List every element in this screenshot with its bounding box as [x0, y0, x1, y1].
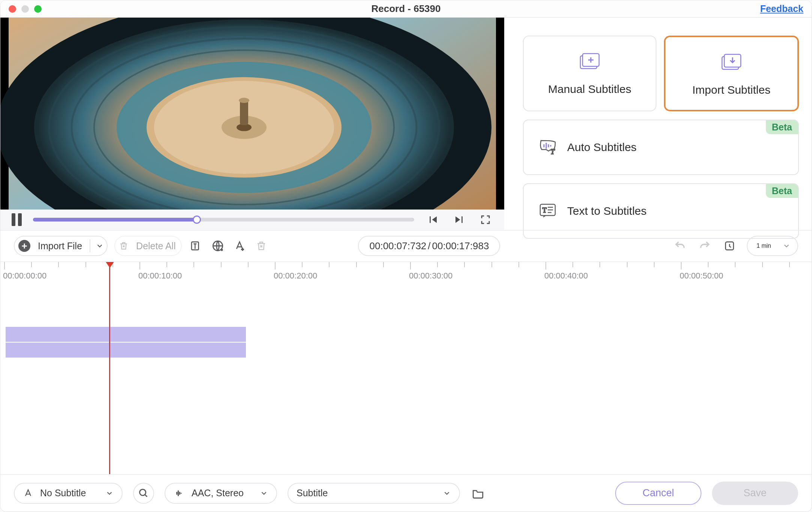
- subtitle-icon: [23, 488, 33, 499]
- total-time: 00:00:17:983: [432, 240, 489, 252]
- video-preview[interactable]: [0, 18, 504, 210]
- timeline-tick-label: 00:00:00:00: [3, 271, 46, 281]
- progress-slider[interactable]: [33, 218, 414, 222]
- zoom-dropdown[interactable]: 1 min: [747, 236, 798, 256]
- text-style-button[interactable]: [232, 238, 247, 253]
- timeline-tick-label: 00:00:50:00: [680, 271, 723, 281]
- beta-badge: Beta: [766, 120, 798, 134]
- timeline-ruler[interactable]: 00:00:00:0000:00:10:0000:00:20:0000:00:3…: [0, 262, 812, 279]
- svg-point-13: [239, 98, 249, 103]
- svg-rect-12: [240, 100, 248, 125]
- subtitle-mode-dropdown[interactable]: No Subtitle: [14, 483, 123, 504]
- maximize-window-icon[interactable]: [34, 5, 42, 13]
- import-subtitles-label: Import Subtitles: [692, 84, 770, 96]
- chevron-down-icon: [260, 489, 268, 497]
- subtitle-selector-label: Subtitle: [297, 488, 436, 499]
- player-controls: [0, 210, 504, 230]
- timeline-clip-1[interactable]: [5, 326, 246, 342]
- translate-button[interactable]: [210, 238, 225, 253]
- window-title: Record - 65390: [0, 3, 812, 15]
- auto-subtitles-card[interactable]: Beta T Auto Subtitles: [523, 120, 799, 175]
- audio-wave-icon: [174, 488, 185, 499]
- search-icon: [138, 488, 149, 499]
- timeline-tick-label: 00:00:10:00: [138, 271, 182, 281]
- manual-subtitles-card[interactable]: Manual Subtitles: [523, 36, 656, 111]
- delete-all-label: Delete All: [134, 241, 178, 252]
- save-button: Save: [712, 482, 798, 505]
- window-controls: [0, 5, 42, 13]
- progress-fill: [33, 218, 197, 222]
- app-window: Record - 65390 Feedback: [0, 0, 812, 512]
- redo-button[interactable]: [697, 238, 712, 253]
- folder-icon: [472, 487, 484, 500]
- chevron-down-icon: [96, 242, 104, 250]
- minimize-window-icon[interactable]: [21, 5, 29, 13]
- add-text-button[interactable]: [189, 238, 204, 253]
- playhead[interactable]: [109, 262, 110, 475]
- timeline-tick-label: 00:00:30:00: [409, 271, 452, 281]
- chevron-down-icon: [105, 489, 114, 497]
- manual-subtitle-icon: [578, 51, 601, 72]
- svg-text:T: T: [542, 207, 547, 214]
- timeline-tick-label: 00:00:20:00: [274, 271, 317, 281]
- subtitle-mode-label: No Subtitle: [40, 488, 99, 499]
- current-time: 00:00:07:732: [369, 240, 426, 252]
- svg-text:T: T: [551, 148, 555, 156]
- plus-circle-icon: +: [18, 240, 30, 252]
- subtitle-selector-dropdown[interactable]: Subtitle: [288, 483, 460, 504]
- zoom-label: 1 min: [757, 243, 771, 249]
- timeline-tick-label: 00:00:40:00: [544, 271, 588, 281]
- manual-subtitles-label: Manual Subtitles: [548, 83, 631, 96]
- cancel-button[interactable]: Cancel: [615, 482, 701, 505]
- audio-label: AAC, Stereo: [192, 488, 253, 499]
- text-to-subtitles-label: Text to Subtitles: [567, 205, 647, 217]
- trash-icon: [119, 241, 129, 251]
- chevron-down-icon: [782, 242, 791, 250]
- import-file-button[interactable]: + Import File: [14, 236, 108, 256]
- pause-button[interactable]: [12, 213, 22, 226]
- import-subtitles-card[interactable]: Import Subtitles: [664, 36, 799, 111]
- text-to-subtitle-icon: T: [537, 201, 558, 221]
- timeline[interactable]: 00:00:00:0000:00:10:0000:00:20:0000:00:3…: [0, 262, 812, 475]
- subtitle-panel: Manual Subtitles Import Subtitles Beta: [504, 18, 812, 230]
- audio-dropdown[interactable]: AAC, Stereo: [165, 483, 277, 504]
- import-subtitle-icon: [720, 52, 743, 73]
- bottom-bar: No Subtitle AAC, Stereo Subtitle Cancel …: [0, 474, 812, 512]
- chevron-down-icon: [443, 489, 451, 497]
- snap-button[interactable]: [722, 238, 737, 253]
- cancel-label: Cancel: [643, 487, 674, 499]
- timecode-display: 00:00:07:732/00:00:17:983: [358, 236, 500, 256]
- progress-thumb[interactable]: [193, 216, 201, 224]
- close-window-icon[interactable]: [9, 5, 16, 13]
- feedback-link[interactable]: Feedback: [760, 3, 803, 14]
- auto-subtitle-icon: T: [537, 138, 558, 157]
- beta-badge-2: Beta: [766, 184, 798, 198]
- titlebar: Record - 65390 Feedback: [0, 0, 812, 18]
- auto-subtitles-label: Auto Subtitles: [567, 141, 637, 154]
- undo-button[interactable]: [673, 238, 688, 253]
- folder-button[interactable]: [470, 486, 485, 501]
- delete-subtitle-button[interactable]: [254, 238, 269, 253]
- timeline-clip-2[interactable]: [5, 342, 246, 358]
- search-button[interactable]: [133, 483, 154, 504]
- next-frame-button[interactable]: [452, 212, 467, 227]
- save-label: Save: [743, 487, 767, 499]
- svg-point-24: [140, 489, 146, 495]
- text-to-subtitles-card[interactable]: Beta T Text to Subtitles: [523, 183, 799, 239]
- delete-all-button[interactable]: Delete All: [114, 236, 182, 256]
- fullscreen-button[interactable]: [478, 212, 493, 227]
- import-file-label: Import File: [36, 241, 84, 252]
- previous-frame-button[interactable]: [425, 212, 440, 227]
